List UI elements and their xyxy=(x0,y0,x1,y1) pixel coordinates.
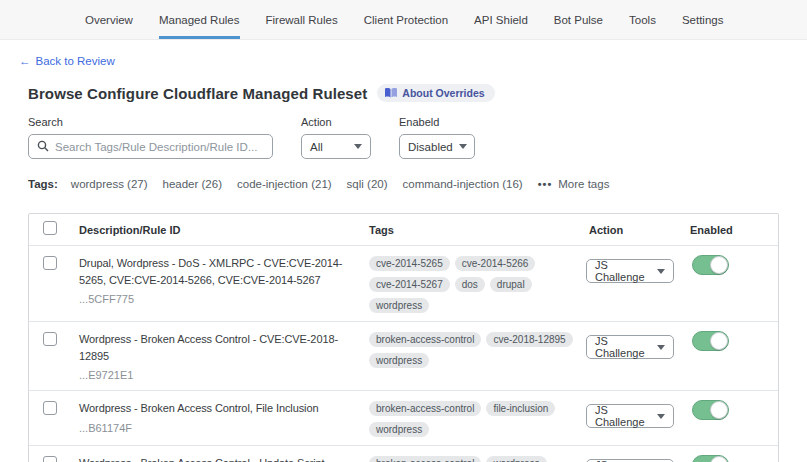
action-filter-select[interactable]: All xyxy=(301,134,371,159)
tag-pill[interactable]: broken-access-control xyxy=(369,332,481,347)
tab-tools[interactable]: Tools xyxy=(629,0,656,39)
chevron-down-icon xyxy=(657,269,665,274)
row-checkbox[interactable] xyxy=(43,401,57,415)
rule-tags: broken-access-control wordpress xyxy=(369,446,586,462)
chevron-down-icon xyxy=(657,414,665,419)
enabled-filter-label: Enabeld xyxy=(399,116,475,128)
row-checkbox[interactable] xyxy=(43,332,57,346)
tab-bot-pulse[interactable]: Bot Pulse xyxy=(554,0,603,39)
tag-filter-wordpress[interactable]: wordpress (27) xyxy=(71,178,148,190)
book-icon xyxy=(385,88,397,98)
rule-id: ...E9721E1 xyxy=(79,369,367,381)
back-arrow-icon: ← xyxy=(19,55,31,67)
rule-enabled-toggle[interactable] xyxy=(692,400,729,420)
action-filter-label: Action xyxy=(301,116,371,128)
ellipsis-icon: ••• xyxy=(538,178,553,190)
tab-settings[interactable]: Settings xyxy=(682,0,724,39)
tag-pill[interactable]: cve-2014-5266 xyxy=(455,256,536,271)
rule-id: ...B61174F xyxy=(79,422,367,434)
toggle-knob xyxy=(710,332,728,350)
tag-pill[interactable]: wordpress xyxy=(369,422,429,437)
toggle-knob xyxy=(710,256,728,274)
rule-action-select[interactable]: JS Challenge xyxy=(586,404,674,428)
enabled-filter-select[interactable]: Disabled xyxy=(399,134,475,159)
tab-managed-rules[interactable]: Managed Rules xyxy=(159,0,240,39)
chevron-down-icon xyxy=(657,345,665,350)
rule-enabled-toggle[interactable] xyxy=(692,455,729,462)
tab-client-protection[interactable]: Client Protection xyxy=(364,0,448,39)
table-row: Wordpress - Broken Access Control - CVE:… xyxy=(29,321,778,390)
tag-pill[interactable]: cve-2014-5265 xyxy=(369,256,450,271)
page-content: ← Back to Review Browse Configure Cloudf… xyxy=(0,40,807,462)
about-overrides-badge[interactable]: About Overrides xyxy=(377,84,494,102)
toggle-knob xyxy=(710,401,728,419)
column-header-tags: Tags xyxy=(369,224,586,236)
tag-pill[interactable]: wordpress xyxy=(369,298,429,313)
back-to-review-link[interactable]: ← Back to Review xyxy=(19,55,115,67)
rule-tags: broken-access-control file-inclusion wor… xyxy=(369,391,586,445)
column-header-enabled: Enabled xyxy=(682,224,778,236)
table-header-row: Description/Rule ID Tags Action Enabled xyxy=(29,214,778,245)
rule-tags: broken-access-control cve-2018-12895 wor… xyxy=(369,322,586,376)
table-row: Drupal, Wordpress - DoS - XMLRPC - CVE:C… xyxy=(29,245,778,321)
tag-pill[interactable]: broken-access-control xyxy=(369,456,481,462)
tag-pill[interactable]: file-inclusion xyxy=(486,401,555,416)
rule-enabled-toggle[interactable] xyxy=(692,255,729,275)
tag-pill[interactable]: wordpress xyxy=(369,353,429,368)
tag-pill[interactable]: cve-2018-12895 xyxy=(486,332,572,347)
rule-action-select[interactable]: JS Challenge xyxy=(586,335,674,359)
tag-pill[interactable]: wordpress xyxy=(486,456,546,462)
search-label: Search xyxy=(28,116,273,128)
rule-tags: cve-2014-5265 cve-2014-5266 cve-2014-526… xyxy=(369,246,586,321)
tab-overview[interactable]: Overview xyxy=(85,0,133,39)
rule-description: Wordpress - Broken Access Control, File … xyxy=(79,400,367,417)
row-checkbox[interactable] xyxy=(43,256,57,270)
select-all-checkbox[interactable] xyxy=(43,221,57,235)
rule-enabled-toggle[interactable] xyxy=(692,331,729,351)
rule-description: Wordpress - Broken Access Control - Upda… xyxy=(79,455,367,462)
rule-id: ...5CFF775 xyxy=(79,293,367,305)
tag-pill[interactable]: drupal xyxy=(490,277,532,292)
rule-action-select[interactable]: JS Challenge xyxy=(586,259,674,283)
tag-filter-code-injection[interactable]: code-injection (21) xyxy=(237,178,332,190)
tags-bar: Tags: wordpress (27) header (26) code-in… xyxy=(28,178,779,190)
page-title: Browse Configure Cloudflare Managed Rule… xyxy=(28,85,367,102)
search-icon xyxy=(37,138,49,156)
rule-description: Drupal, Wordpress - DoS - XMLRPC - CVE:C… xyxy=(79,255,367,288)
chevron-down-icon xyxy=(354,144,362,149)
tag-filter-sqli[interactable]: sqli (20) xyxy=(347,178,388,190)
column-header-action: Action xyxy=(586,224,682,236)
table-row: Wordpress - Broken Access Control - Upda… xyxy=(29,445,778,462)
toggle-knob xyxy=(710,456,728,462)
rule-description: Wordpress - Broken Access Control - CVE:… xyxy=(79,331,367,364)
tags-bar-label: Tags: xyxy=(28,178,58,190)
rules-table: Description/Rule ID Tags Action Enabled … xyxy=(28,213,779,462)
search-box xyxy=(28,134,273,159)
tag-pill[interactable]: cve-2014-5267 xyxy=(369,277,450,292)
tab-firewall-rules[interactable]: Firewall Rules xyxy=(266,0,338,39)
table-row: Wordpress - Broken Access Control, File … xyxy=(29,390,778,445)
tag-filter-command-injection[interactable]: command-injection (16) xyxy=(403,178,523,190)
row-checkbox[interactable] xyxy=(43,456,57,462)
tag-filter-header[interactable]: header (26) xyxy=(163,178,222,190)
tag-pill[interactable]: broken-access-control xyxy=(369,401,481,416)
chevron-down-icon xyxy=(459,144,467,149)
top-nav: Overview Managed Rules Firewall Rules Cl… xyxy=(0,0,807,40)
more-tags-link[interactable]: ••• More tags xyxy=(538,178,610,190)
tag-pill[interactable]: dos xyxy=(455,277,485,292)
tab-api-shield[interactable]: API Shield xyxy=(474,0,528,39)
search-input[interactable] xyxy=(55,141,264,153)
column-header-description: Description/Rule ID xyxy=(71,224,369,236)
